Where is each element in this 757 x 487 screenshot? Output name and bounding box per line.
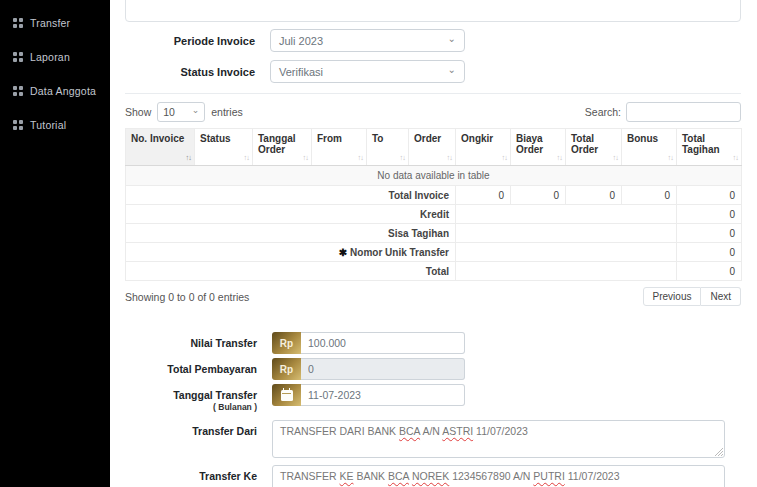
divider	[125, 93, 741, 94]
total-invoice-ongkir: 0	[456, 186, 511, 205]
sidebar-item-label: Tutorial	[30, 119, 66, 131]
total-pembayaran-input	[301, 358, 465, 380]
sidebar-item-tutorial[interactable]: Tutorial	[0, 108, 110, 142]
main-content: Periode Invoice Juli 2023 Status Invoice…	[110, 0, 757, 487]
invoice-table: No. Invoice Status Tanggal Order From To…	[125, 128, 742, 281]
search-input[interactable]	[626, 102, 741, 122]
summary-row-total: Total 0	[126, 262, 742, 281]
top-panel	[125, 0, 741, 22]
empty-row: No data available in table	[126, 166, 742, 186]
calendar-icon	[281, 390, 293, 401]
kredit-value: 0	[677, 205, 742, 224]
chevron-down-icon	[448, 69, 456, 75]
entries-label: entries	[211, 106, 243, 118]
total-value: 0	[677, 262, 742, 281]
sort-icon	[186, 153, 192, 162]
invoice-filter-form: Periode Invoice Juli 2023 Status Invoice…	[125, 29, 741, 83]
tanggal-transfer-label: Tanggal Transfer ( Bulanan )	[125, 384, 272, 413]
transfer-ke-textarea[interactable]: TRANSFER KE BANK BCA NOREK 1234567890 A/…	[272, 465, 725, 487]
summary-label: Total Invoice	[126, 186, 456, 205]
grid-icon	[13, 86, 23, 96]
column-header-total-tagihan[interactable]: Total Tagihan	[677, 129, 742, 166]
sort-icon	[613, 153, 619, 162]
calendar-addon[interactable]	[272, 384, 301, 406]
status-invoice-value: Verifikasi	[279, 66, 323, 78]
tanggal-transfer-input[interactable]	[301, 384, 465, 406]
sidebar-item-transfer[interactable]: Transfer	[0, 6, 110, 40]
summary-label: Sisa Tagihan	[126, 224, 456, 243]
column-header-no-invoice[interactable]: No. Invoice	[126, 129, 195, 166]
pagination: Previous Next	[643, 287, 741, 306]
transfer-dari-label: Transfer Dari	[125, 420, 272, 438]
total-invoice-total-tagihan: 0	[677, 186, 742, 205]
app-window: Transfer Laporan Data Anggota Tutorial P…	[0, 0, 757, 487]
sidebar: Transfer Laporan Data Anggota Tutorial	[0, 0, 110, 487]
sort-icon	[447, 153, 453, 162]
currency-addon: Rp	[272, 332, 301, 354]
column-header-to[interactable]: To	[367, 129, 409, 166]
summary-row-nomor-unik-transfer: ✱Nomor Unik Transfer 0	[126, 243, 742, 262]
transfer-ke-label: Transfer Ke	[125, 465, 272, 483]
column-header-ongkir[interactable]: Ongkir	[456, 129, 511, 166]
periode-invoice-value: Juli 2023	[279, 35, 323, 47]
sidebar-item-label: Transfer	[30, 17, 70, 29]
sort-icon	[502, 153, 508, 162]
next-page-button[interactable]: Next	[701, 287, 741, 306]
column-header-from[interactable]: From	[312, 129, 367, 166]
currency-addon: Rp	[272, 358, 301, 380]
summary-row-kredit: Kredit 0	[126, 205, 742, 224]
summary-row-total-invoice: Total Invoice 0 0 0 0 0	[126, 186, 742, 205]
periode-invoice-select[interactable]: Juli 2023	[270, 29, 465, 52]
column-header-biaya-order[interactable]: Biaya Order	[511, 129, 566, 166]
column-header-status[interactable]: Status	[195, 129, 253, 166]
periode-invoice-label: Periode Invoice	[125, 35, 270, 47]
sisa-tagihan-value: 0	[677, 224, 742, 243]
chevron-down-icon	[448, 38, 456, 44]
tanggal-transfer-sublabel: ( Bulanan )	[125, 402, 257, 413]
total-invoice-bonus: 0	[622, 186, 677, 205]
sort-icon	[668, 153, 674, 162]
total-invoice-biaya-order: 0	[511, 186, 566, 205]
summary-row-sisa-tagihan: Sisa Tagihan 0	[126, 224, 742, 243]
total-invoice-total-order: 0	[566, 186, 622, 205]
empty-message: No data available in table	[126, 166, 742, 186]
sort-icon	[557, 153, 563, 162]
sidebar-item-laporan[interactable]: Laporan	[0, 40, 110, 74]
sort-icon	[303, 153, 309, 162]
grid-icon	[13, 120, 23, 130]
show-label: Show	[125, 106, 151, 118]
chevron-down-icon	[192, 109, 200, 115]
transfer-dari-textarea[interactable]: TRANSFER DARI BANK BCA A/N ASTRI 11/07/2…	[272, 420, 725, 458]
nomor-unik-value: 0	[677, 243, 742, 262]
sort-icon	[358, 153, 364, 162]
payment-form: Nilai Transfer Rp Total Pembayaran Rp	[125, 332, 741, 487]
nilai-transfer-input[interactable]	[301, 332, 465, 354]
datatable-footer: Showing 0 to 0 of 0 entries Previous Nex…	[125, 287, 741, 306]
search-label: Search:	[585, 106, 621, 118]
summary-label: Nomor Unik Transfer	[350, 247, 449, 258]
column-header-tanggal-order[interactable]: Tanggal Order	[253, 129, 312, 166]
previous-page-button[interactable]: Previous	[643, 287, 702, 306]
summary-label: Total	[126, 262, 456, 281]
grid-icon	[13, 18, 23, 28]
total-pembayaran-label: Total Pembayaran	[125, 358, 272, 376]
sidebar-item-label: Data Anggota	[30, 85, 96, 97]
summary-label: Kredit	[126, 205, 456, 224]
column-header-order[interactable]: Order	[409, 129, 456, 166]
sidebar-item-data-anggota[interactable]: Data Anggota	[0, 74, 110, 108]
grid-icon	[13, 52, 23, 62]
column-header-total-order[interactable]: Total Order	[566, 129, 622, 166]
sort-icon	[400, 153, 406, 162]
sidebar-item-label: Laporan	[30, 51, 70, 63]
table-info: Showing 0 to 0 of 0 entries	[125, 291, 249, 303]
status-invoice-label: Status Invoice	[125, 66, 270, 78]
status-invoice-select[interactable]: Verifikasi	[270, 60, 465, 83]
sort-icon	[244, 153, 250, 162]
asterisk-icon: ✱	[339, 247, 347, 258]
page-length-value: 10	[163, 106, 175, 118]
column-header-bonus[interactable]: Bonus	[622, 129, 677, 166]
page-length-select[interactable]: 10	[157, 102, 205, 122]
sort-icon	[733, 153, 739, 162]
datatable-toolbar: Show 10 entries Search:	[125, 102, 741, 122]
nilai-transfer-label: Nilai Transfer	[125, 332, 272, 350]
